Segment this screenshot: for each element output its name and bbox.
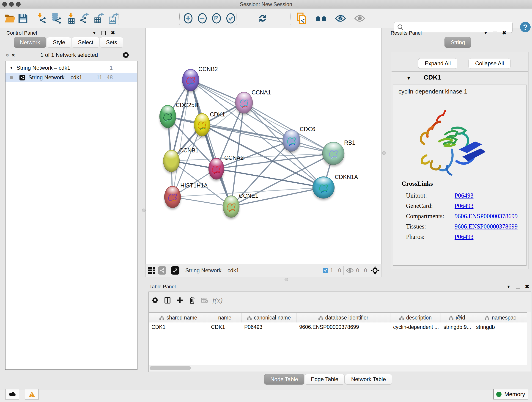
zoom-fit-button[interactable]	[210, 12, 223, 25]
table-cell[interactable]: stringdb:9...	[441, 322, 473, 332]
column-header-0[interactable]: shared name	[149, 313, 208, 323]
zoom-in-button[interactable]	[182, 12, 195, 25]
network-options-gear-icon[interactable]	[122, 51, 130, 59]
zoom-out-button[interactable]	[196, 12, 209, 25]
open-session-button[interactable]	[4, 12, 17, 25]
crosslink-link[interactable]: 9606.ENSP00000378699	[455, 213, 518, 220]
column-header-3[interactable]: database identifier	[297, 313, 390, 323]
column-header-1[interactable]: name	[208, 313, 241, 323]
network-row[interactable]: String Network – cdk1 11 48	[6, 73, 137, 82]
network-node-CCNB1[interactable]	[163, 150, 180, 174]
column-header-4[interactable]: description	[390, 313, 441, 323]
tab-string[interactable]: String	[444, 37, 471, 48]
network-node-HIST1H1A[interactable]	[164, 186, 181, 210]
gene-description: cyclin-dependent kinase 1	[399, 88, 467, 95]
table-cell[interactable]: CDK1	[149, 322, 208, 332]
clone-network-button[interactable]	[296, 12, 308, 25]
column-header-2[interactable]: canonical name	[241, 313, 297, 323]
results-panel-title: Results Panel	[391, 30, 422, 36]
save-session-button[interactable]	[17, 12, 29, 25]
memory-button[interactable]: Memory	[493, 389, 528, 400]
network-node-CDKN1A[interactable]	[312, 177, 335, 200]
crosslink-link[interactable]: P06493	[455, 233, 474, 240]
right-splitter-handle[interactable]	[382, 151, 386, 155]
table-panel-float-icon[interactable]	[516, 285, 520, 289]
tab-select[interactable]: Select	[72, 37, 99, 48]
left-splitter-handle[interactable]	[142, 209, 146, 212]
export-table-button[interactable]	[93, 12, 105, 25]
show-all-button[interactable]	[353, 12, 366, 25]
show-columns-icon[interactable]	[163, 295, 172, 306]
tab-style[interactable]: Style	[47, 37, 71, 48]
table-cell[interactable]: P06493	[241, 322, 297, 332]
edge-CCNA2-CDKN1A[interactable]	[216, 169, 323, 187]
table-vertical-scrollbar[interactable]	[527, 313, 531, 365]
delete-column-icon[interactable]	[188, 295, 197, 306]
edge-CCNB1-RB1[interactable]	[171, 153, 333, 161]
gene-collapse-icon[interactable]: ▼	[406, 76, 411, 81]
network-node-CDC25B[interactable]	[159, 105, 176, 130]
network-node-CCNA2[interactable]	[209, 158, 224, 181]
crosshair-icon[interactable]	[371, 266, 380, 275]
function-builder-icon[interactable]: f(x)	[212, 295, 222, 306]
bottom-splitter-handle[interactable]	[285, 278, 288, 281]
network-node-CCNB2[interactable]	[182, 69, 199, 93]
network-node-CCNE1[interactable]	[223, 196, 239, 219]
crosslink-link[interactable]: P06493	[455, 202, 474, 210]
hide-selected-button[interactable]	[334, 12, 347, 25]
home-button[interactable]	[315, 12, 328, 25]
import-network-button[interactable]	[35, 12, 48, 25]
delete-table-icon[interactable]	[200, 295, 209, 306]
selected-count: 1 - 0	[330, 267, 341, 274]
warning-status-button[interactable]	[25, 389, 39, 400]
birdseye-view-icon[interactable]	[171, 266, 179, 274]
tab-network[interactable]: Network	[14, 37, 46, 48]
network-node-CCNA1[interactable]	[235, 92, 253, 115]
table-cell[interactable]: CDK1	[208, 322, 241, 332]
table-options-gear-icon[interactable]	[151, 295, 160, 306]
control-panel-float-icon[interactable]	[101, 31, 106, 35]
import-database-button[interactable]	[50, 12, 63, 25]
table-panel-menu-icon[interactable]: ▼	[507, 284, 511, 289]
tab-network-table[interactable]: Network Table	[345, 374, 392, 385]
horizontal-scroll-thumb[interactable]	[150, 366, 191, 370]
expand-all-button[interactable]: Expand All	[418, 58, 457, 69]
network-canvas[interactable]: CCNB2CCNA1CDC25BCDK1CDC6RB1CCNB1CCNA2CDK…	[146, 28, 381, 264]
control-panel-menu-icon[interactable]: ▼	[92, 31, 96, 36]
column-header-6[interactable]: namespac	[473, 313, 528, 323]
add-column-icon[interactable]	[175, 295, 184, 306]
collection-label: String Network – cdk1	[17, 65, 70, 71]
import-table-button[interactable]	[65, 12, 78, 25]
table-cell[interactable]: 9606.ENSP00000378699	[297, 322, 390, 332]
network-node-RB1[interactable]	[322, 142, 344, 167]
results-panel-float-icon[interactable]	[493, 31, 497, 35]
table-panel-close-icon[interactable]: ✖	[525, 284, 529, 290]
export-network-button[interactable]	[78, 12, 91, 25]
table-cell[interactable]: cyclin-dependent ...	[390, 322, 441, 332]
table-row[interactable]: CDK1CDK1P064939606.ENSP00000378699cyclin…	[149, 322, 528, 332]
selected-checkbox[interactable]	[323, 268, 328, 273]
zoom-selected-button[interactable]	[224, 12, 237, 25]
crosslink-link[interactable]: 9606.ENSP00000378699	[455, 223, 518, 230]
control-panel-close-icon[interactable]: ✖	[111, 30, 115, 36]
table-cell[interactable]: stringdb	[473, 322, 528, 332]
network-view-icon[interactable]	[158, 266, 166, 274]
collapse-all-button[interactable]: Collapse All	[469, 58, 510, 69]
tab-sets[interactable]: Sets	[100, 37, 123, 48]
tab-node-table[interactable]: Node Table	[264, 374, 304, 385]
network-node-CDC6[interactable]	[283, 129, 300, 153]
grid-view-icon[interactable]	[147, 266, 155, 274]
cloud-status-button[interactable]	[5, 389, 19, 400]
edge-CCNE1-HIST1H1A[interactable]	[172, 197, 231, 206]
collapse-tree-icon[interactable]: «	[10, 52, 17, 58]
collection-expand-icon[interactable]: ▼	[6, 65, 13, 70]
column-header-5[interactable]: @id	[441, 313, 473, 323]
network-node-CDK1[interactable]	[194, 113, 210, 138]
crosslink-link[interactable]: P06493	[455, 192, 474, 199]
results-panel-close-icon[interactable]: ✖	[502, 30, 506, 36]
network-collection-row[interactable]: ▼ String Network – cdk1 1	[6, 63, 137, 73]
tab-edge-table[interactable]: Edge Table	[305, 374, 345, 385]
refresh-layout-button[interactable]	[256, 12, 269, 25]
results-panel-menu-icon[interactable]: ▼	[484, 31, 488, 36]
network-view-title: String Network – cdk1	[185, 267, 239, 274]
